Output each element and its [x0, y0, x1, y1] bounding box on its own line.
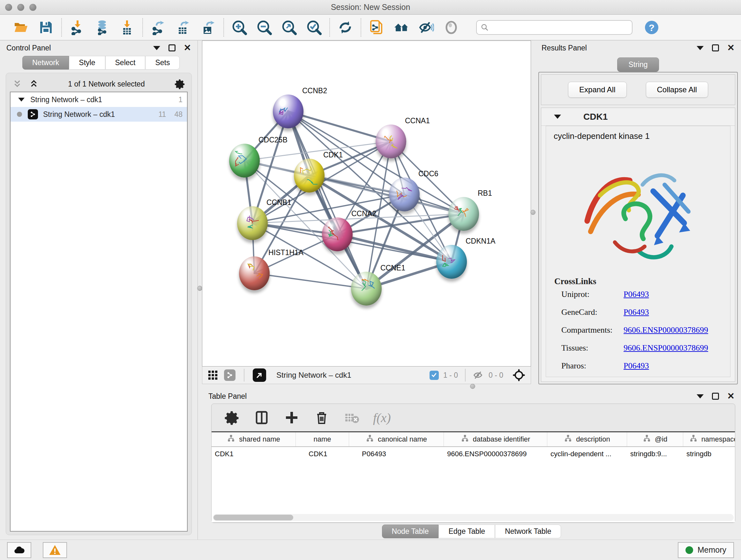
- column-header-database-identifier[interactable]: database identifier: [444, 432, 547, 446]
- splitter-knob[interactable]: [470, 384, 475, 389]
- panel-menu-icon[interactable]: [697, 394, 704, 398]
- network-node-rb1[interactable]: [448, 197, 479, 231]
- memory-button[interactable]: Memory: [678, 542, 734, 558]
- hidden-eye-icon[interactable]: [473, 369, 484, 381]
- zoom-selected-icon[interactable]: [306, 19, 322, 36]
- column-header-shared-name[interactable]: shared name: [212, 432, 296, 446]
- cell-canonical-name: P06493: [349, 447, 444, 461]
- table-settings-gear-icon[interactable]: [223, 409, 240, 426]
- clipboard-share-icon[interactable]: [368, 19, 385, 36]
- export-image-icon[interactable]: [200, 19, 216, 36]
- float-panel-icon[interactable]: [169, 44, 176, 51]
- table-panel: Table Panel ✕: [202, 389, 741, 540]
- network-node-ccnb1[interactable]: [237, 206, 268, 240]
- vertical-splitter[interactable]: [531, 41, 535, 389]
- splitter-knob[interactable]: [197, 286, 202, 291]
- open-session-icon[interactable]: [13, 19, 29, 36]
- network-node-ccna2[interactable]: [322, 217, 353, 251]
- warning-icon[interactable]: [43, 542, 67, 558]
- column-header-namespace[interactable]: namespace: [683, 432, 735, 446]
- network-row-selected[interactable]: String Network – cdk1 11 48: [10, 107, 187, 122]
- table-row[interactable]: CDK1CDK1P064939606.ENSP00000378699cyclin…: [212, 447, 735, 461]
- close-panel-icon[interactable]: ✕: [184, 44, 191, 52]
- help-icon[interactable]: ?: [643, 19, 660, 36]
- network-canvas[interactable]: CCNB2CCNA1CDC25BCDK1CDC6RB1CCNB1CCNA2CDK…: [202, 41, 531, 367]
- tab-string[interactable]: String: [617, 57, 659, 72]
- network-node-ccne1[interactable]: [351, 272, 382, 306]
- crosslink-link[interactable]: P06493: [623, 307, 649, 317]
- save-session-icon[interactable]: [38, 19, 54, 36]
- share-view-icon[interactable]: [224, 369, 235, 381]
- network-node-ccnb2[interactable]: [273, 95, 304, 128]
- float-panel-icon[interactable]: [712, 393, 719, 400]
- network-node-cdkn1a[interactable]: [436, 245, 467, 279]
- network-node-label: CCNB1: [266, 198, 291, 207]
- tab-node-table[interactable]: Node Table: [382, 524, 439, 538]
- expand-all-chevron-icon[interactable]: [29, 79, 39, 89]
- expand-all-button[interactable]: Expand All: [568, 82, 626, 98]
- crosslink-link[interactable]: P06493: [623, 290, 649, 299]
- network-collection-row[interactable]: String Network – cdk1 1: [10, 92, 187, 107]
- home-network-icon[interactable]: [393, 19, 410, 36]
- crosslink-link[interactable]: 9606.ENSP00000378699: [623, 343, 708, 353]
- delete-column-icon[interactable]: [313, 409, 330, 426]
- hide-selected-icon[interactable]: [418, 19, 434, 36]
- import-database-icon[interactable]: [94, 19, 111, 36]
- import-network-icon[interactable]: [69, 19, 85, 36]
- table-horizontal-scrollbar[interactable]: [213, 514, 734, 521]
- grid-view-icon[interactable]: [207, 370, 218, 381]
- zoom-in-icon[interactable]: [231, 19, 248, 36]
- panel-menu-icon[interactable]: [153, 46, 160, 50]
- horizontal-splitter[interactable]: [202, 384, 531, 389]
- column-header-name[interactable]: name: [296, 432, 349, 446]
- cell-id: stringdb:9...: [627, 447, 683, 461]
- column-header-description[interactable]: description: [547, 432, 627, 446]
- export-table-icon[interactable]: [175, 19, 192, 36]
- network-node-ccna1[interactable]: [376, 125, 406, 159]
- export-network-icon[interactable]: [150, 19, 166, 36]
- position-crosshair-icon[interactable]: [512, 368, 526, 382]
- crosslink-link[interactable]: P06493: [623, 361, 649, 371]
- refresh-icon[interactable]: [337, 19, 354, 36]
- network-options-gear-icon[interactable]: [174, 78, 185, 89]
- section-collapse-caret-icon[interactable]: [554, 115, 561, 119]
- close-panel-icon[interactable]: ✕: [727, 44, 735, 52]
- network-node-cdc25b[interactable]: [229, 144, 260, 178]
- import-table-icon[interactable]: [119, 19, 135, 36]
- crosslink-link[interactable]: 9606.ENSP00000378699: [623, 325, 708, 335]
- vertical-splitter[interactable]: [198, 41, 202, 540]
- tab-style[interactable]: Style: [69, 56, 105, 70]
- tab-select[interactable]: Select: [105, 56, 145, 70]
- network-node-cdk1[interactable]: [294, 159, 325, 192]
- columns-icon[interactable]: [253, 409, 270, 426]
- network-name: String Network – cdk1: [43, 110, 115, 119]
- cloud-icon[interactable]: [7, 542, 31, 558]
- scrollbar-thumb[interactable]: [213, 515, 293, 520]
- collapse-all-chevron-icon[interactable]: [12, 79, 22, 89]
- search-input[interactable]: [492, 23, 628, 32]
- selected-checkbox-icon[interactable]: [429, 371, 439, 380]
- function-fx-icon[interactable]: f(x): [373, 410, 391, 425]
- tab-network[interactable]: Network: [22, 56, 69, 70]
- tab-network-table[interactable]: Network Table: [495, 524, 561, 538]
- open-in-window-icon[interactable]: [253, 368, 266, 382]
- show-selected-icon[interactable]: [443, 19, 460, 36]
- network-node-label: CDC6: [418, 170, 439, 178]
- zoom-fit-icon[interactable]: [281, 19, 297, 36]
- float-panel-icon[interactable]: [712, 44, 719, 51]
- add-column-icon[interactable]: [283, 409, 300, 426]
- network-node-hist1h1a[interactable]: [239, 256, 270, 290]
- zoom-out-icon[interactable]: [256, 19, 273, 36]
- collapse-all-button[interactable]: Collapse All: [646, 82, 708, 98]
- close-panel-icon[interactable]: ✕: [727, 392, 735, 401]
- collection-expand-caret-icon[interactable]: [18, 98, 24, 102]
- tab-edge-table[interactable]: Edge Table: [439, 524, 495, 538]
- column-header-canonical-name[interactable]: canonical name: [349, 432, 444, 446]
- column-header-id[interactable]: @id: [627, 432, 683, 446]
- network-view: CCNB2CCNA1CDC25BCDK1CDC6RB1CCNB1CCNA2CDK…: [202, 41, 531, 389]
- network-node-cdc6[interactable]: [389, 178, 420, 211]
- splitter-knob[interactable]: [530, 210, 536, 215]
- tab-sets[interactable]: Sets: [145, 56, 180, 70]
- clear-table-icon[interactable]: [343, 409, 360, 426]
- panel-menu-icon[interactable]: [697, 46, 704, 50]
